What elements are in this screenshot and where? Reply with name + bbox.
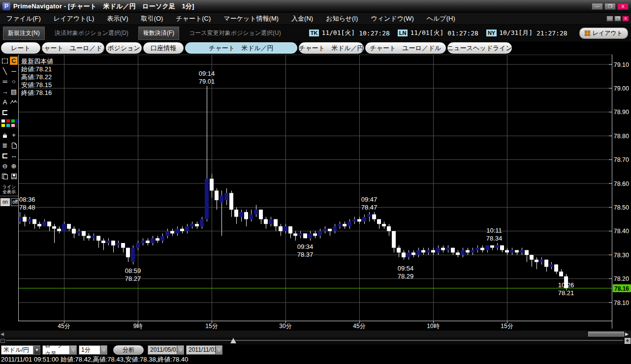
horizontal-line-icon[interactable]: ─ — [9, 66, 18, 76]
analyze-button[interactable]: 分析 — [113, 345, 144, 355]
zoom-in-button[interactable]: + — [625, 338, 631, 344]
tab-8[interactable]: ニュースヘッドライン — [447, 42, 512, 54]
scrollbar-thumb[interactable] — [588, 332, 624, 336]
chart-type-value: ローソク足 — [42, 345, 70, 355]
zoom-in-icon[interactable]: ⊕ — [9, 161, 18, 171]
chart-type-select[interactable]: ローソク足 ▽ — [42, 345, 77, 355]
color-swatch[interactable] — [1, 123, 5, 127]
pair-dropdown-icon[interactable]: ▼ — [33, 345, 40, 355]
svg-text:78.21: 78.21 — [558, 289, 574, 297]
color-swatch[interactable] — [6, 119, 10, 123]
svg-text:78.60: 78.60 — [614, 181, 629, 187]
copy-pages-icon[interactable] — [0, 171, 9, 182]
clock-time: 10:27:28 — [359, 30, 390, 37]
restore-button[interactable]: ❒ — [604, 3, 616, 10]
menu-item[interactable]: 入金(N) — [285, 13, 319, 24]
svg-text:09:54: 09:54 — [398, 265, 414, 272]
color-swatch[interactable] — [1, 119, 5, 123]
menu-item[interactable]: ウィンドウ(W) — [364, 13, 420, 24]
pair-select[interactable]: 米ドル/円 ▼ — [1, 345, 40, 355]
world-clocks: TK11/01[火]10:27:28LN11/01[火]01:27:28NY10… — [309, 29, 568, 37]
order-toolbar-button[interactable]: 新規注文(N) — [3, 27, 45, 40]
trend-line-icon[interactable]: ╲ — [0, 66, 9, 76]
child-minimize-button[interactable]: — — [606, 16, 613, 22]
scroll-left-arrow[interactable]: ◀ — [0, 332, 4, 336]
date-from-select[interactable]: 2011/05/01 ▽ — [148, 345, 184, 355]
marquee-select-icon[interactable] — [0, 56, 9, 66]
arrow-icon[interactable]: → — [0, 87, 9, 97]
candlestick-chart[interactable]: 79.1079.0078.9078.8078.7078.6078.5078.40… — [18, 55, 631, 331]
open-box-icon[interactable] — [0, 107, 9, 118]
close-button[interactable]: X — [617, 3, 629, 10]
clock-time: 21:27:28 — [536, 30, 568, 37]
scroll-right-arrow[interactable]: ▶ — [625, 332, 629, 336]
save-icon[interactable] — [9, 171, 18, 182]
layout-button[interactable]: レイアウト — [579, 28, 628, 39]
clock-time: 01:27:28 — [447, 30, 478, 37]
menu-item[interactable]: レイアウト(L) — [47, 13, 100, 24]
chart-type-dropdown-icon[interactable]: ▽ — [70, 345, 77, 355]
menu-item[interactable]: チャート(C) — [169, 13, 217, 24]
svg-text:78.37: 78.37 — [297, 251, 314, 258]
zoom-out-button[interactable]: − — [0, 339, 5, 343]
crosshair-icon[interactable]: + — [9, 130, 18, 140]
tools-top: C╲─═○→▤A — [0, 55, 18, 118]
color-swatch[interactable] — [11, 123, 15, 127]
svg-text:78.30: 78.30 — [614, 252, 629, 259]
chart-scrollbar[interactable]: ◀ ▶ — [0, 331, 631, 337]
color-swatch[interactable] — [6, 123, 10, 127]
order-toolbar-button[interactable]: 複数決済(F) — [138, 27, 179, 40]
menu-item[interactable]: マーケット情報(M) — [217, 13, 285, 24]
tab-1[interactable]: レート — [1, 42, 40, 54]
interval-dropdown-icon[interactable]: ▽ — [100, 345, 107, 355]
tab-4[interactable]: 口座情報 — [143, 42, 184, 54]
parallel-lines-icon[interactable]: ═ — [0, 76, 9, 87]
color-swatch[interactable] — [11, 119, 15, 123]
zoom-slider-thumb[interactable] — [230, 338, 236, 343]
hand-pan-icon[interactable] — [0, 130, 9, 140]
menu-item[interactable]: 取引(O) — [135, 13, 170, 24]
tab-2[interactable]: チャート ユーロ／ドル — [42, 42, 104, 54]
minimize-button[interactable]: — — [592, 3, 603, 10]
menu-item[interactable]: ヘルプ(H) — [420, 13, 462, 24]
order-toolbar-button: コース変更対象ポジション選択(U) — [184, 27, 286, 40]
menu-item[interactable]: ファイル(F) — [0, 13, 47, 24]
svg-text:08:36: 08:36 — [19, 196, 35, 203]
grid-lines-icon[interactable]: ≣ — [0, 140, 9, 151]
zoom-out-icon[interactable]: ⊖ — [0, 161, 9, 171]
child-close-button[interactable]: X — [622, 16, 629, 22]
date-to-dropdown-icon[interactable]: ▽ — [216, 345, 222, 355]
hovered-candle-info: 2011/11/01 09:51:00 始値:78.42,高値:78.43,安値… — [1, 355, 188, 364]
menu-item[interactable]: お知らせ(I) — [319, 13, 364, 24]
blank — [9, 107, 18, 118]
svg-text:安値:78.15: 安値:78.15 — [21, 81, 52, 89]
svg-text:15分: 15分 — [501, 323, 513, 330]
svg-text:45分: 45分 — [58, 323, 70, 330]
chart-c-icon[interactable]: C — [10, 57, 18, 65]
open-box2-icon[interactable] — [0, 151, 9, 161]
current-price-badge: 78.16 — [613, 284, 631, 292]
pair-value: 米ドル/円 — [1, 345, 33, 355]
zoom-slider-track[interactable] — [6, 340, 623, 341]
date-to-select[interactable]: 2011/11/01 ▽ — [186, 345, 222, 355]
svg-text:78.10: 78.10 — [614, 300, 629, 306]
menu-item[interactable]: 表示(V) — [100, 13, 134, 24]
zigzag-icon[interactable] — [9, 97, 18, 107]
fib-lines-icon[interactable]: ▤ — [9, 87, 18, 97]
menu-items: ファイル(F)レイアウト(L)表示(V)取引(O)チャート(C)マーケット情報(… — [0, 13, 462, 24]
tab-7[interactable]: チャート ユーロ／ドル — [365, 42, 446, 54]
tab-5[interactable]: チャート 米ドル／円 — [185, 42, 297, 54]
interval-select[interactable]: 1分 ▽ — [79, 345, 107, 355]
ellipse-icon[interactable]: ○ — [9, 76, 18, 87]
zoom-slider[interactable]: − + — [0, 337, 631, 344]
layout-grid-icon — [585, 30, 590, 36]
width-measure-icon[interactable]: ↔ — [9, 151, 18, 161]
child-restore-button[interactable]: ❒ — [614, 16, 621, 22]
tab-3[interactable]: ポジション — [106, 42, 142, 54]
date-from-dropdown-icon[interactable]: ▽ — [177, 345, 184, 355]
lines-on-button[interactable]: on — [0, 198, 10, 206]
tab-6[interactable]: チャート 米ドル／円 — [299, 42, 364, 54]
text-icon[interactable]: A — [0, 97, 9, 107]
svg-text:9時: 9時 — [133, 323, 143, 330]
memo-icon[interactable] — [9, 140, 18, 151]
